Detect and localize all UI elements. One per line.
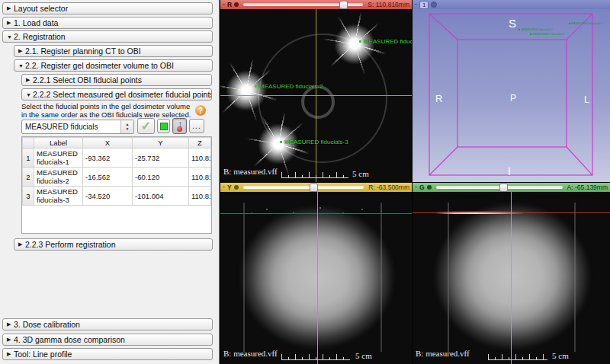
- slider-handle[interactable]: [499, 184, 508, 192]
- section-label: 3. Dose calibration: [14, 320, 80, 329]
- slice-offset-label: R: -63.500mm: [368, 184, 409, 191]
- table-row[interactable]: 2 MEASURED fiducials-2 -16.562 -60.120 1…: [23, 168, 211, 187]
- green-slice-view[interactable]: - G A: -65.139mm B: measured.vff 5 cm: [413, 183, 610, 364]
- table-row[interactable]: 1 MEASURED fiducials-1 -93.362 -25.732 1…: [23, 148, 211, 168]
- fiducial-color-button[interactable]: [157, 119, 170, 133]
- fiducial-label: MEASURED fiducials-3: [280, 139, 348, 145]
- x-cell[interactable]: -93.362: [83, 148, 133, 168]
- red-dot-icon: [177, 126, 182, 132]
- section-dose-calibration[interactable]: ▶ 3. Dose calibration: [2, 318, 213, 330]
- threed-scene[interactable]: S R P L I MEASURED fiducials-1 MEASURED …: [413, 9, 610, 182]
- fiducial-label: MEASURED fiducials-1: [359, 38, 412, 45]
- yellow-slice-view[interactable]: - Y R: -63.500mm B: measured.vff 5 cm: [220, 183, 412, 364]
- section-label: 2.2. Register gel dosimeter volume to OB…: [25, 61, 174, 70]
- fiducial-label-cell[interactable]: MEASURED fiducials-2: [34, 168, 83, 187]
- row-number: 3: [23, 187, 34, 206]
- pin-icon[interactable]: [427, 185, 432, 190]
- fiducial-table[interactable]: Label X Y Z 1 MEASURED fiducials-1 -93.3…: [21, 136, 212, 234]
- section-register-gel-to-obi[interactable]: ▼ 2.2. Register gel dosimeter volume to …: [14, 59, 213, 72]
- app-root: ▶ Layout selector ▶ 1. Load data ▼ 2. Re…: [0, 0, 610, 364]
- slice-slider[interactable]: [436, 186, 563, 189]
- confirm-button[interactable]: ✓: [137, 118, 155, 134]
- table-row[interactable]: 3 MEASURED fiducials-3 -34.520 -101.004 …: [23, 187, 211, 206]
- collapsed-arrow-icon: ▶: [7, 20, 14, 26]
- scale-label: 5 cm: [552, 351, 569, 360]
- collapse-button[interactable]: -: [223, 1, 225, 8]
- slider-handle[interactable]: [339, 1, 348, 9]
- section-select-measured-fiducials[interactable]: ▼ 2.2.2 Select measured gel dosimeter fi…: [21, 88, 212, 101]
- scale-ruler: [488, 354, 547, 360]
- section-label: Tool: Line profile: [14, 350, 72, 359]
- expanded-arrow-icon: ▼: [18, 63, 25, 69]
- fiducial-label-cell[interactable]: MEASURED fiducials-1: [34, 148, 83, 168]
- collapse-button[interactable]: -: [415, 184, 417, 190]
- y-cell[interactable]: -101.004: [133, 187, 189, 206]
- orientation-posterior: P: [510, 93, 516, 104]
- fiducial-list-combobox[interactable]: MEASURED fiducials ▲ ▼: [21, 120, 134, 134]
- red-slice-intersection-line: [220, 213, 412, 214]
- place-fiducial-button[interactable]: ↕: [172, 118, 187, 134]
- red-slice-image[interactable]: MEASURED fiducials-1 MEASURED fiducials-…: [220, 9, 412, 182]
- threed-view[interactable]: - 1 S R P L: [413, 0, 610, 182]
- collapse-button[interactable]: -: [415, 1, 417, 8]
- yellow-slice-image[interactable]: B: measured.vff 5 cm: [220, 192, 412, 364]
- section-registration[interactable]: ▼ 2. Registration: [2, 30, 213, 43]
- slice-offset-label: A: -65.139mm: [567, 184, 608, 191]
- y-cell[interactable]: -60.120: [133, 168, 189, 187]
- scale-ruler: [281, 172, 348, 178]
- z-cell[interactable]: 110.816: [189, 187, 211, 206]
- view-letter: Y: [227, 184, 232, 191]
- label-header[interactable]: Label: [34, 138, 83, 148]
- green-slice-image[interactable]: B: measured.vff 5 cm: [413, 192, 610, 364]
- view-letter: R: [227, 1, 232, 8]
- red-slice-view[interactable]: - R S: 110.816mm MEASURED fiducials-1 ME…: [220, 0, 412, 182]
- section-label: 2.1. Register planning CT to OBI: [25, 46, 141, 56]
- section-line-profile[interactable]: ▶ Tool: Line profile: [2, 348, 213, 360]
- red-view-controller: - R S: 110.816mm: [220, 0, 412, 9]
- section-load-data[interactable]: ▶ 1. Load data: [2, 17, 213, 29]
- fiducial-3d-label: MEASURED fiducials-1: [569, 21, 603, 25]
- expanded-arrow-icon: ▼: [7, 34, 14, 40]
- section-layout-selector[interactable]: ▶ Layout selector: [2, 2, 213, 14]
- more-options-button[interactable]: ...: [189, 119, 204, 133]
- row-number: 2: [23, 168, 34, 187]
- check-icon: ✓: [141, 119, 151, 133]
- volume-label: B: measured.vff: [416, 349, 470, 358]
- place-fiducial-icon: ↕: [175, 120, 184, 132]
- section-perform-registration[interactable]: ▶ 2.2.3 Perform registration: [14, 238, 213, 251]
- x-cell[interactable]: -16.562: [83, 168, 133, 187]
- z-cell[interactable]: 110.816: [189, 148, 211, 168]
- container-edge: [574, 203, 576, 352]
- slider-handle[interactable]: [310, 184, 318, 192]
- pin-icon[interactable]: [431, 2, 437, 8]
- yellow-slice-intersection-line: [511, 192, 512, 364]
- section-register-ct-to-obi[interactable]: ▶ 2.1. Register planning CT to OBI: [14, 45, 213, 57]
- section-label: 2.2.2 Select measured gel dosimeter fidu…: [33, 90, 212, 99]
- z-header[interactable]: Z: [189, 138, 211, 148]
- slice-slider[interactable]: [243, 3, 363, 6]
- section-gamma-comparison[interactable]: ▶ 4. 3D gamma dose comparison: [2, 334, 213, 346]
- x-header[interactable]: X: [83, 138, 133, 148]
- collapsed-arrow-icon: ▶: [7, 321, 14, 327]
- collapse-button[interactable]: -: [223, 184, 225, 190]
- slice-viewport-grid: - R S: 110.816mm MEASURED fiducials-1 ME…: [220, 0, 610, 364]
- section-label: 2. Registration: [14, 32, 66, 41]
- y-header[interactable]: Y: [133, 138, 189, 148]
- fiducial-label-cell[interactable]: MEASURED fiducials-3: [34, 187, 83, 206]
- y-cell[interactable]: -25.732: [133, 148, 189, 168]
- x-cell[interactable]: -34.520: [83, 187, 133, 206]
- orientation-left: L: [584, 94, 589, 105]
- slice-offset-label: S: 110.816mm: [368, 1, 409, 8]
- noise-specks: [220, 192, 222, 193]
- pin-icon[interactable]: [234, 2, 239, 7]
- container-edge: [448, 203, 449, 352]
- slice-slider[interactable]: [243, 186, 364, 189]
- z-cell[interactable]: 110.816: [189, 168, 211, 187]
- help-icon[interactable]: ?: [195, 105, 206, 116]
- combobox-spinner-icon[interactable]: ▲ ▼: [120, 120, 133, 133]
- view-letter: G: [419, 184, 425, 191]
- pin-icon[interactable]: [234, 185, 239, 190]
- section-select-obi-fiducials[interactable]: ▶ 2.2.1 Select OBI fiducial points: [21, 74, 212, 86]
- collapsed-arrow-icon: ▶: [26, 77, 33, 83]
- scale-ruler: [281, 354, 350, 360]
